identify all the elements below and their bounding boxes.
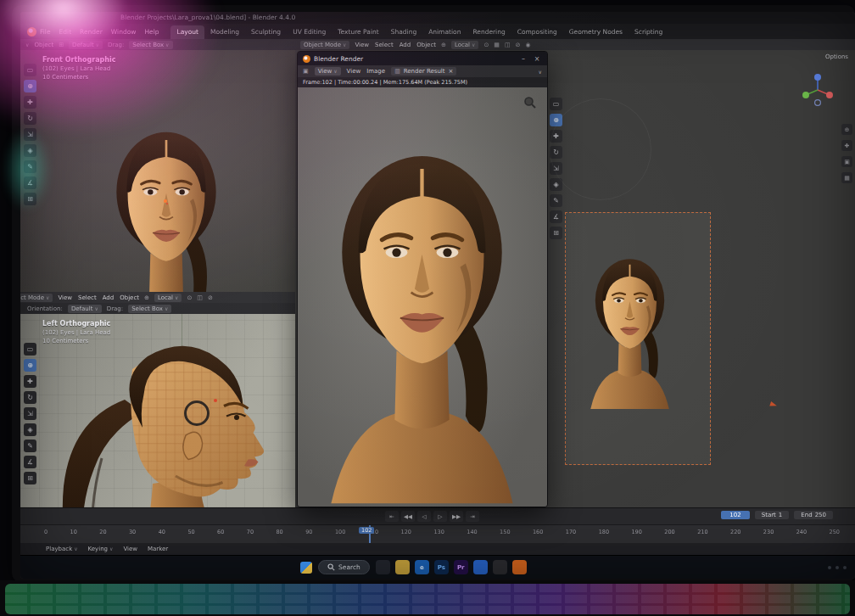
orientation-dropdown[interactable]: Default <box>69 41 103 49</box>
close-button[interactable]: × <box>532 55 542 63</box>
viewport-menu-item[interactable]: Object <box>416 42 436 48</box>
image-datablock-selector[interactable]: ▥ Render Result × <box>391 67 456 76</box>
timeline-menu-item[interactable]: Keying <box>88 543 114 555</box>
drag-dropdown[interactable]: Select Box <box>129 41 172 49</box>
tool-button[interactable]: ▭ <box>24 64 36 76</box>
pan-hand-icon[interactable]: ✚ <box>841 140 852 151</box>
tray-icon[interactable] <box>828 566 831 569</box>
tool-button[interactable]: ∡ <box>550 210 562 223</box>
frame-end-field[interactable]: End 250 <box>794 511 833 519</box>
playback-button[interactable]: ⇥ <box>466 511 479 522</box>
view-dropdown[interactable]: View <box>315 67 341 76</box>
navigation-gizmo[interactable] <box>799 71 836 109</box>
mode-dropdown[interactable]: Object Mode <box>20 294 53 302</box>
unlink-icon[interactable]: × <box>449 67 454 76</box>
mode-dropdown[interactable]: Object Mode <box>300 41 349 49</box>
viewport-menu-item[interactable]: Add <box>400 42 411 48</box>
workspace-tab[interactable]: Compositing <box>511 25 563 39</box>
menu-item[interactable]: Render <box>80 28 103 36</box>
viewport-menu-item[interactable]: Add <box>103 294 115 301</box>
options-popover[interactable]: Options <box>825 53 848 60</box>
render-menu-item[interactable]: Image <box>366 68 385 75</box>
zoom-icon[interactable]: ⊕ <box>841 124 852 135</box>
tool-button[interactable]: ∡ <box>24 176 36 189</box>
viewport-menu-item[interactable]: View <box>355 42 369 48</box>
taskbar-app-icon[interactable] <box>493 560 507 574</box>
workspace-tab[interactable]: Shading <box>385 25 422 39</box>
menu-item[interactable]: Window <box>111 28 137 36</box>
overlays-icon[interactable]: ◫ <box>505 42 511 48</box>
workspace-tab[interactable]: Rendering <box>467 25 511 39</box>
timeline-menu-item[interactable]: View <box>123 543 137 555</box>
blender-logo-icon[interactable] <box>27 27 36 36</box>
wireframe-icon[interactable]: ▦ <box>494 42 500 48</box>
render-menu-item[interactable]: View <box>347 68 361 75</box>
workspace-tab[interactable]: Sculpting <box>245 25 287 39</box>
tool-button[interactable]: ⊞ <box>24 193 36 205</box>
tool-button[interactable]: ⊕ <box>24 80 36 92</box>
render-result-canvas[interactable] <box>298 87 547 507</box>
timeline-ruler[interactable]: 0102030405060708090100110120130140150160… <box>20 524 855 543</box>
taskbar-tray[interactable] <box>828 556 847 579</box>
workspace-tab[interactable]: Animation <box>422 25 467 39</box>
tool-button[interactable]: ◈ <box>24 144 36 157</box>
tray-icon[interactable] <box>835 566 839 569</box>
tool-button[interactable]: ✚ <box>24 96 36 109</box>
menu-item[interactable]: Help <box>144 28 159 36</box>
timeline-menu-item[interactable]: Marker <box>148 543 168 555</box>
editor-type-icon[interactable]: ▣ <box>303 68 309 75</box>
taskbar-app-icon[interactable] <box>395 560 410 574</box>
pivot-dropdown[interactable]: Local <box>451 41 478 49</box>
render-window-titlebar[interactable]: Blender Render – × <box>298 52 547 65</box>
playback-button[interactable]: ◁ <box>417 511 431 522</box>
taskbar-app-icon[interactable]: Ps <box>434 560 449 574</box>
workspace-tab[interactable]: Layout <box>170 25 204 39</box>
tool-button[interactable]: ✎ <box>550 194 562 207</box>
taskbar-app-icon[interactable] <box>512 560 527 574</box>
frame-start-field[interactable]: Start 1 <box>755 511 790 519</box>
workspace-tab[interactable]: Scripting <box>629 25 668 39</box>
workspace-tab[interactable]: Geometry Nodes <box>563 25 629 39</box>
camera-view-frame[interactable] <box>565 212 711 465</box>
widgets-icon[interactable] <box>300 562 312 574</box>
timeline-menu-item[interactable]: Playback <box>46 543 78 555</box>
playback-button[interactable]: ▷ <box>433 511 447 522</box>
xray-icon[interactable]: ⊘ <box>516 42 521 48</box>
xray-icon[interactable]: ⊘ <box>208 294 213 301</box>
chevron-down-icon[interactable]: ∨ <box>539 69 542 75</box>
menu-item[interactable]: File <box>40 28 51 36</box>
minimize-button[interactable]: – <box>518 55 528 63</box>
toggle-grid-icon[interactable]: ▦ <box>841 172 852 183</box>
taskbar-search[interactable]: Search <box>318 560 370 574</box>
taskbar-app-icon[interactable]: e <box>415 560 429 574</box>
playback-button[interactable]: ◀◀ <box>401 511 415 522</box>
snap-magnet-icon[interactable]: ⊙ <box>187 294 192 301</box>
pivot-dropdown[interactable]: Local <box>154 294 182 302</box>
playback-button[interactable]: ⇤ <box>385 511 399 522</box>
tool-button[interactable]: ✎ <box>24 160 36 173</box>
camera-view-icon[interactable]: ▣ <box>841 156 852 167</box>
chevron-down-icon[interactable]: ∨ <box>25 42 29 48</box>
tool-button[interactable]: ⇲ <box>24 128 36 141</box>
workspace-tab[interactable]: Modeling <box>204 25 245 39</box>
viewport-side-canvas[interactable]: ▭⊕✚↻⇲◈✎∡⊞ Left Orthographic (102) Eyes |… <box>20 314 295 507</box>
playback-button[interactable]: ▶▶ <box>450 511 463 522</box>
shading-mode-icon[interactable]: ◉ <box>525 42 530 48</box>
viewport-front-canvas[interactable]: ▭⊕✚↻⇲◈✎∡⊞ Front Orthographic (102) Eyes … <box>20 50 295 292</box>
menu-item[interactable]: Edit <box>59 28 72 36</box>
render-window[interactable]: Blender Render – × ▣ View ViewImage ▥ Re… <box>297 51 548 507</box>
tray-icon[interactable] <box>843 566 847 569</box>
tool-button[interactable]: ↻ <box>24 112 36 125</box>
viewport-menu-item[interactable]: Select <box>375 42 394 48</box>
viewport-menu-item[interactable]: Select <box>78 294 97 301</box>
current-frame-field[interactable]: 102 <box>721 511 749 519</box>
workspace-tab[interactable]: UV Editing <box>287 25 332 39</box>
orientation-dropdown[interactable]: Default <box>68 305 102 313</box>
viewport-menu-item[interactable]: View <box>58 294 72 301</box>
taskbar-app-icon[interactable] <box>473 560 488 574</box>
proportional-edit-icon[interactable]: ⊙ <box>483 42 489 48</box>
drag-dropdown[interactable]: Select Box <box>128 305 171 313</box>
playhead-frame-badge[interactable]: 102 <box>359 527 374 534</box>
object-menu[interactable]: Object <box>34 42 53 48</box>
taskbar-app-icon[interactable] <box>376 560 390 574</box>
